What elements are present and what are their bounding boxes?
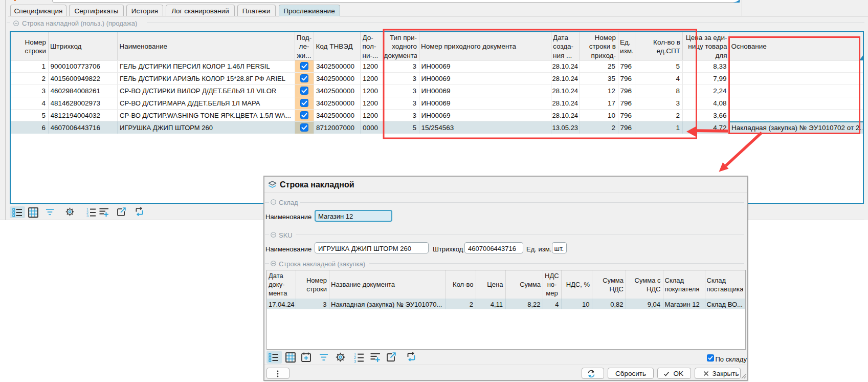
- svg-text:3: 3: [354, 359, 356, 363]
- svg-text:3: 3: [86, 214, 88, 217]
